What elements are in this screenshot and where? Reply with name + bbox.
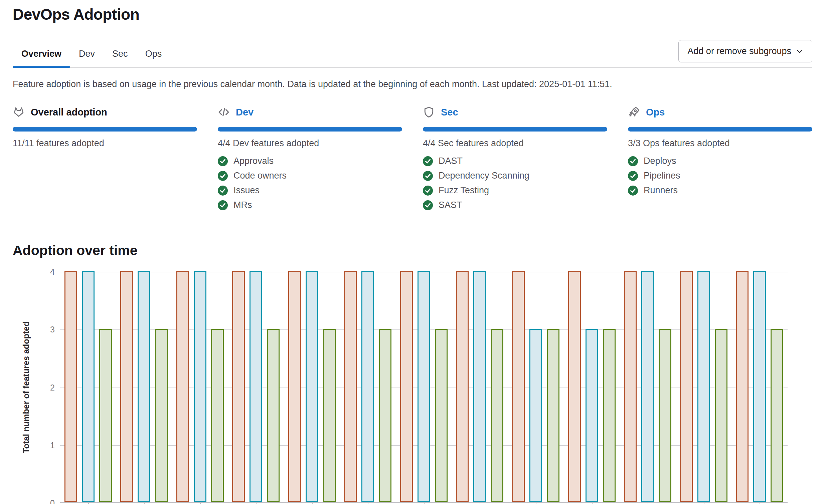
- feature-label: Code owners: [233, 171, 287, 181]
- feature-label: Fuzz Testing: [439, 185, 489, 195]
- tab-sec[interactable]: Sec: [103, 49, 137, 67]
- card-title-sec[interactable]: Sec: [441, 107, 458, 118]
- adoption-card-sec: Sec4/4 Sec features adoptedDASTDependenc…: [423, 106, 607, 215]
- feature-item-fuzz-testing: Fuzz Testing: [423, 185, 607, 195]
- bar-group-october: [564, 272, 620, 502]
- feature-item-pipelines: Pipelines: [628, 171, 812, 181]
- chart-bar-ops-january: [770, 329, 783, 502]
- bar-group-april: [228, 272, 284, 502]
- chart-bar-ops-january: [99, 329, 112, 502]
- chevron-down-icon: [796, 48, 803, 55]
- chart-bar-ops-june: [379, 329, 391, 502]
- chart-bar-sec-january: [82, 271, 94, 502]
- bar-group-march: [172, 272, 228, 502]
- tabs-nav: OverviewDevSecOps: [13, 49, 170, 67]
- add-or-remove-subgroups-button[interactable]: Add or remove subgroups: [678, 40, 812, 63]
- chart-bar-dev-october: [568, 271, 581, 502]
- adoption-summary: 3/3 Ops features adopted: [628, 138, 812, 149]
- chart-bar-ops-april: [267, 329, 280, 502]
- adoption-summary: 4/4 Dev features adopted: [218, 138, 402, 149]
- chart-bar-dev-january: [65, 271, 77, 502]
- feature-item-deploys: Deploys: [628, 156, 812, 166]
- chart-bar-sec-february: [138, 271, 150, 502]
- tab-dev[interactable]: Dev: [70, 49, 103, 67]
- chart-bar-sec-june: [361, 271, 374, 502]
- tab-ops[interactable]: Ops: [137, 49, 171, 67]
- feature-label: Dependency Scanning: [439, 171, 529, 181]
- chart-bar-ops-august: [491, 329, 503, 502]
- adoption-summary: 4/4 Sec features adopted: [423, 138, 607, 149]
- check-circle-icon: [628, 171, 638, 181]
- chart-bar-sec-january: [753, 271, 766, 502]
- chart-bar-dev-july: [400, 271, 413, 502]
- feature-item-sast: SAST: [423, 200, 607, 210]
- bar-group-february: [116, 272, 172, 502]
- tanuki-icon: [13, 106, 25, 118]
- plot-area: [60, 272, 788, 503]
- chart-bar-ops-march: [211, 329, 224, 502]
- chart-bar-dev-june: [344, 271, 357, 502]
- page-title: DevOps Adoption: [13, 0, 812, 23]
- y-tick-1: 1: [50, 440, 55, 450]
- chart-bar-dev-march: [176, 271, 189, 502]
- chart-bar-dev-december: [680, 271, 693, 502]
- chart-bar-dev-may: [288, 271, 301, 502]
- rocket-icon: [628, 106, 640, 118]
- adoption-summary: 11/11 features adopted: [13, 138, 197, 149]
- feature-item-runners: Runners: [628, 185, 812, 195]
- check-circle-icon: [218, 200, 228, 210]
- check-circle-icon: [423, 156, 433, 166]
- tab-overview[interactable]: Overview: [13, 49, 70, 67]
- chart-bar-ops-december: [715, 329, 728, 502]
- check-circle-icon: [628, 186, 638, 195]
- chart-bar-sec-may: [306, 271, 318, 502]
- chart-bar-ops-february: [155, 329, 168, 502]
- adoption-cards: Overall adoption11/11 features adoptedDe…: [13, 106, 812, 215]
- y-tick-3: 3: [50, 325, 55, 334]
- card-title-ops[interactable]: Ops: [646, 107, 665, 118]
- bar-group-may: [284, 272, 340, 502]
- feature-label: Issues: [233, 185, 259, 195]
- chart-bar-dev-february: [120, 271, 133, 502]
- adoption-card-dev: Dev4/4 Dev features adoptedApprovalsCode…: [218, 106, 402, 215]
- y-axis-title: Total number of features adopted: [21, 272, 31, 503]
- check-circle-icon: [423, 171, 433, 181]
- chart-bar-sec-october: [586, 329, 598, 502]
- chart-bar-ops-november: [659, 329, 671, 502]
- adoption-over-time-chart: Total number of features adopted 01234 J…: [13, 272, 812, 504]
- feature-list: DASTDependency ScanningFuzz TestingSAST: [423, 156, 607, 210]
- chart-bar-sec-august: [473, 271, 486, 502]
- chart-bar-sec-march: [194, 271, 206, 502]
- feature-item-issues: Issues: [218, 185, 402, 195]
- feature-label: Deploys: [644, 156, 676, 166]
- check-circle-icon: [423, 186, 433, 195]
- adoption-card-ops: Ops3/3 Ops features adoptedDeploysPipeli…: [628, 106, 812, 215]
- chart-bar-sec-september: [529, 329, 542, 502]
- chart-bar-dev-november: [624, 271, 636, 502]
- shield-icon: [423, 106, 435, 118]
- card-title-dev[interactable]: Dev: [236, 107, 253, 118]
- check-circle-icon: [218, 156, 228, 166]
- card-title-overall-adoption: Overall adoption: [31, 107, 107, 118]
- feature-label: SAST: [439, 200, 462, 210]
- adoption-over-time-heading: Adoption over time: [13, 243, 812, 258]
- y-tick-0: 0: [50, 498, 55, 504]
- bar-group-november: [619, 272, 676, 502]
- chart-bar-dev-january: [736, 271, 749, 502]
- chart-bar-dev-september: [512, 271, 525, 502]
- chart-bar-sec-november: [641, 271, 654, 502]
- chart-bar-sec-july: [418, 271, 430, 502]
- bar-group-june: [340, 272, 396, 502]
- bar-group-december: [676, 272, 732, 502]
- check-circle-icon: [218, 171, 228, 181]
- chart-bar-ops-may: [323, 329, 336, 502]
- feature-list: DeploysPipelinesRunners: [628, 156, 812, 195]
- chart-bar-ops-september: [547, 329, 559, 502]
- bar-group-september: [508, 272, 564, 502]
- chart-bar-dev-august: [456, 271, 469, 502]
- devops-adoption-page: DevOps Adoption OverviewDevSecOps Add or…: [0, 0, 825, 504]
- check-circle-icon: [423, 200, 433, 210]
- feature-label: Runners: [644, 185, 678, 195]
- feature-adoption-info-text: Feature adoption is based on usage in th…: [13, 79, 812, 89]
- feature-item-dast: DAST: [423, 156, 607, 166]
